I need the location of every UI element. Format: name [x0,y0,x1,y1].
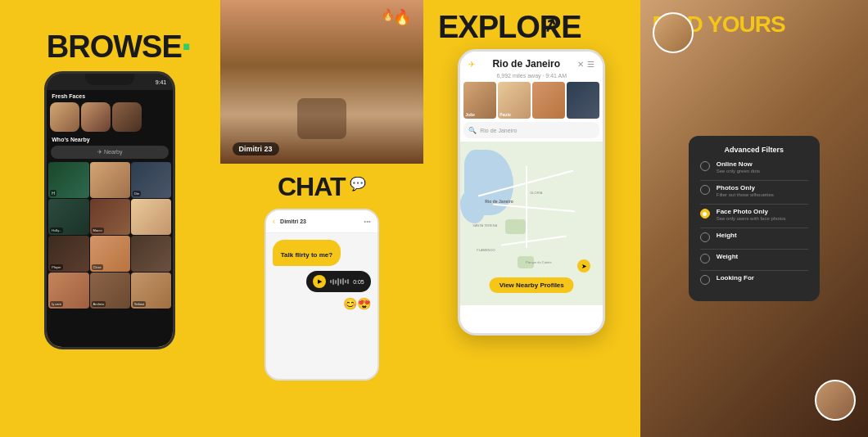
grid-cell[interactable] [131,236,171,272]
audio-message[interactable]: ▶ 0:05 [306,271,371,292]
wave-bar [335,280,337,284]
grid-cell[interactable]: H [48,162,88,198]
filter-icon[interactable]: ☰ [587,60,594,69]
filter-radio-face-photo-only[interactable] [700,209,710,218]
wave-bar [345,280,346,283]
map-road-4 [502,235,567,246]
chat-title: CHAT [278,172,346,202]
filter-radio-weight[interactable] [700,254,710,264]
map-background: Rio de Janeiro SANTA TERESA GLORIA FLAME… [460,142,603,305]
fresh-face-1[interactable] [50,102,79,132]
filter-text-weight: Weight [717,253,739,260]
wave-bar [342,278,344,285]
filter-weight[interactable]: Weight [700,253,808,264]
explore-search[interactable]: 🔍 Rio de Janeiro [463,122,599,138]
filter-desc-face-photo-only: See only users with face photos [717,216,786,221]
fresh-faces-label: Fresh Faces [47,90,173,101]
view-nearby-button[interactable]: View Nearby Profiles [490,277,574,293]
filter-face-photo-only[interactable]: Face Photo Only See only users with face… [700,208,808,221]
fire-icon-2: 🔥 [381,8,395,21]
close-icon[interactable]: ✕ [577,60,584,69]
chat-section: CHAT 💬 ‹ Dimitri 23 ••• Talk flirty to m… [220,164,424,389]
explore-nav-icon: ✈ [468,60,475,69]
grid-cell[interactable]: Die [131,162,171,198]
wave-bar [347,279,349,284]
received-message: Talk flirty to me? [273,240,341,266]
filter-desc-photos-only: Filter out those silhouettes [717,192,774,197]
divider [700,270,808,271]
search-icon: 🔍 [468,127,477,134]
search-text: Rio de Janeiro [480,128,517,133]
whos-nearby-label: Who's Nearby [47,133,173,144]
filter-radio-online-now[interactable] [700,161,710,171]
location-pin-icon: ➤ [577,259,590,273]
map-area[interactable]: Rio de Janeiro SANTA TERESA GLORIA FLAME… [460,142,603,305]
filter-radio-photos-only[interactable] [700,185,710,195]
explore-distance: 6,992 miles away · 9:41 AM [468,73,594,79]
filter-name-online-now: Online Now [717,160,760,168]
phone-notch [85,74,134,85]
map-label-rio: Rio de Janeiro [485,199,513,204]
grid-cell[interactable]: Andrew [90,273,130,309]
explore-profile-thumb[interactable] [532,82,565,119]
person-image: Dimitri 23 🔥 🔥 [220,0,424,164]
explore-profile-thumb[interactable]: João [463,82,496,119]
filter-desc-online-now: See only green dots [717,169,760,173]
speech-bubble-icon: 💬 [350,176,366,191]
filter-text-online-now: Online Now See only green dots [717,160,760,173]
map-park [505,219,526,234]
filter-radio-looking-for[interactable] [700,275,710,285]
avatar-top [653,12,694,53]
play-button[interactable]: ▶ [313,275,326,288]
filter-name-weight: Weight [717,253,739,260]
filter-text-height: Height [717,232,737,239]
explore-header-top: ✈ Rio de Janeiro ✕ ☰ [468,58,594,70]
grid-cell[interactable]: Close [90,236,130,272]
back-arrow-icon[interactable]: ‹ [273,217,275,226]
explore-phone: ✈ Rio de Janeiro ✕ ☰ 6,992 miles away · … [458,49,605,336]
more-options-icon[interactable]: ••• [364,218,370,225]
chat-phone: ‹ Dimitri 23 ••• Talk flirty to me? ▶ [264,209,379,381]
nearby-bar[interactable]: ✈ Nearby [51,146,169,159]
grid-cell[interactable]: Marco [90,199,130,235]
filter-name-height: Height [717,232,737,239]
filter-radio-height[interactable] [700,232,710,242]
filter-height[interactable]: Height [700,232,808,242]
divider [700,249,808,250]
grid-cell[interactable]: ly care [48,273,88,309]
map-label-santa: SANTA TERESA [472,223,497,228]
filter-looking-for[interactable]: Looking For [700,274,808,285]
filter-text-looking-for: Looking For [717,274,754,282]
browse-panel: BROWSE 9:41 Fresh Faces Who's Nearby ✈ N… [0,0,220,437]
profiles-grid: H Die Holly... Marco Player Close ly car… [47,160,173,347]
person-name-badge: Dimitri 23 [233,142,279,155]
wave-bar [340,279,341,284]
filter-name-looking-for: Looking For [717,274,754,282]
explore-profile-thumb[interactable] [567,82,599,119]
grid-cell[interactable]: Sebast [131,273,171,309]
map-label-gloria: GLORIA [530,191,542,195]
wave-bar [332,279,334,285]
fresh-face-3[interactable] [112,102,142,132]
filters-card-title: Advanced Filters [700,146,808,154]
advanced-filters-card: Advanced Filters Online Now See only gre… [689,136,820,301]
person-name: Dimitri 23 [239,145,273,153]
grid-cell[interactable] [90,162,130,198]
emoji-reaction: 😊😍 [343,297,371,310]
explore-panel: EXPLORE ↗ ✈ Rio de Janeiro ✕ ☰ 6,992 mil… [423,0,640,437]
filter-text-photos-only: Photos Only Filter out those silhouettes [717,184,774,197]
explore-profile-thumb[interactable]: Paulo [498,82,531,119]
grid-cell[interactable]: Player [48,236,88,272]
audio-waveform [330,278,349,286]
message-text: Talk flirty to me? [281,251,332,259]
fresh-face-2[interactable] [81,102,111,132]
grid-cell[interactable]: Holly... [48,199,88,235]
fire-icons: 🔥 [393,8,411,26]
filter-online-now[interactable]: Online Now See only green dots [700,160,808,173]
map-label-catete: Parque do Catete [526,260,551,264]
grid-cell[interactable] [131,199,171,235]
filter-photos-only[interactable]: Photos Only Filter out those silhouettes [700,184,808,197]
explore-title: EXPLORE [438,10,581,45]
map-label-flamengo: FLAMENGO [477,248,495,252]
divider [700,204,808,205]
